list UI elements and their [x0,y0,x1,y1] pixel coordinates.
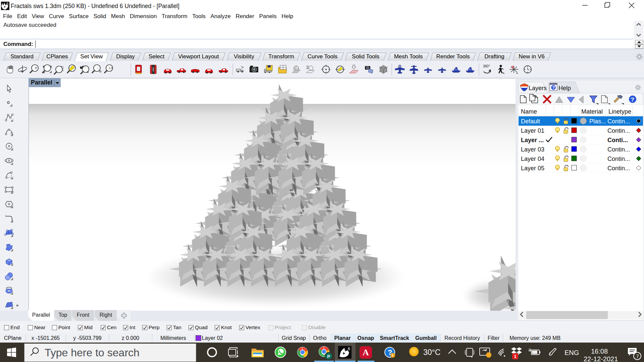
svg-text:Contin...: Contin... [607,156,630,162]
svg-text:ENG: ENG [565,349,579,356]
svg-text:Contin...: Contin... [607,118,630,125]
svg-text:Conti...: Conti... [607,137,628,143]
svg-text:Type here to search: Type here to search [45,347,140,359]
svg-text:1:1: 1:1 [109,66,113,70]
svg-text:Layer 03: Layer 03 [521,146,544,153]
svg-text:Layer ...: Layer ... [521,137,544,143]
svg-text:Linetype: Linetype [608,108,631,115]
svg-text:Help: Help [558,85,571,92]
svg-text:1: 1 [514,354,517,359]
svg-text:Default: Default [521,118,540,125]
svg-text:i: i [392,353,393,357]
svg-text:Layer 05: Layer 05 [521,165,544,172]
svg-text:6: 6 [7,2,9,6]
svg-text:16:08: 16:08 [591,348,608,355]
svg-text:Contin...: Contin... [607,165,630,172]
svg-text:Contin...: Contin... [607,127,630,134]
svg-text:P: P [327,354,330,359]
svg-text:Material: Material [581,108,603,115]
svg-text:2: 2 [306,65,309,70]
svg-text:Plas...: Plas... [589,118,606,125]
svg-text:6: 6 [348,347,350,351]
svg-text:22-12-2021: 22-12-2021 [584,355,618,362]
svg-text:A: A [363,348,369,357]
svg-text:30°C: 30°C [423,348,440,357]
svg-text:?: ? [631,97,634,103]
svg-text:Layers: Layers [529,85,547,92]
svg-text:7: 7 [636,353,639,359]
svg-text:Contin...: Contin... [607,146,630,153]
svg-text:360°: 360° [483,64,490,68]
svg-text:Name: Name [521,108,537,115]
svg-text:Layer 01: Layer 01 [521,127,544,134]
svg-text:Layer 04: Layer 04 [521,156,544,162]
svg-text:»: » [16,303,18,308]
svg-text:?: ? [552,85,555,90]
svg-text:±: ± [35,66,37,70]
